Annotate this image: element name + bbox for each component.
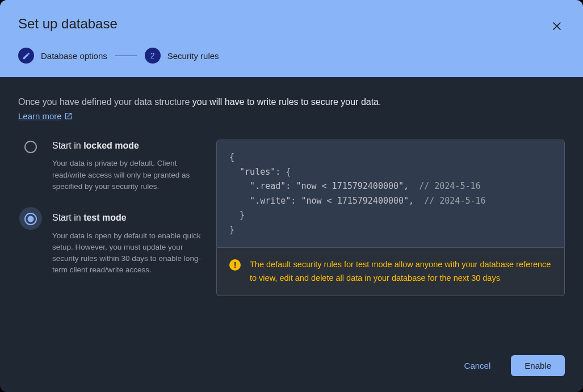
step-database-options[interactable]: Database options <box>18 48 107 64</box>
dialog-header: Set up database Database options 2 Secur… <box>0 0 583 77</box>
step-label: Database options <box>41 51 107 61</box>
learn-more-link[interactable]: Learn more <box>18 111 73 121</box>
option-description: Your data is open by default to enable q… <box>52 230 203 276</box>
step-security-rules: 2 Security rules <box>145 48 219 64</box>
setup-database-dialog: Set up database Database options 2 Secur… <box>0 0 583 392</box>
mode-options: Start in locked mode Your data is privat… <box>18 140 203 296</box>
dialog-content: Once you have defined your data structur… <box>0 77 583 345</box>
stepper: Database options 2 Security rules <box>18 48 565 64</box>
intro-text: Once you have defined your data structur… <box>18 95 565 109</box>
option-text: Start in test mode Your data is open by … <box>52 212 203 276</box>
enable-button[interactable]: Enable <box>511 355 565 376</box>
dialog-title: Set up database <box>18 16 565 32</box>
rules-preview: { "rules": { ".read": "now < 17157924000… <box>216 140 565 296</box>
open-in-new-icon <box>64 112 73 120</box>
close-button[interactable] <box>547 16 567 36</box>
cancel-button[interactable]: Cancel <box>451 355 505 376</box>
step-label: Security rules <box>167 51 219 61</box>
warning-banner: ! The default security rules for test mo… <box>216 248 565 296</box>
radio-checked-icon <box>24 213 37 225</box>
close-icon <box>551 20 563 32</box>
radio-wrapper <box>19 207 42 230</box>
warning-icon: ! <box>229 259 241 271</box>
edit-icon <box>18 48 34 64</box>
option-title: Start in locked mode <box>52 140 203 152</box>
option-description: Your data is private by default. Client … <box>52 158 203 192</box>
step-connector <box>115 56 137 56</box>
warning-text: The default security rules for test mode… <box>250 258 552 285</box>
option-title: Start in test mode <box>52 212 203 224</box>
radio-wrapper <box>19 135 42 158</box>
option-text: Start in locked mode Your data is privat… <box>52 140 203 192</box>
rules-code: { "rules": { ".read": "now < 17157924000… <box>216 140 565 248</box>
dialog-footer: Cancel Enable <box>0 345 583 392</box>
step-number: 2 <box>145 48 161 64</box>
option-test-mode[interactable]: Start in test mode Your data is open by … <box>24 212 203 276</box>
options-body: Start in locked mode Your data is privat… <box>18 140 565 296</box>
radio-unchecked-icon <box>24 141 37 153</box>
option-locked-mode[interactable]: Start in locked mode Your data is privat… <box>24 140 203 192</box>
